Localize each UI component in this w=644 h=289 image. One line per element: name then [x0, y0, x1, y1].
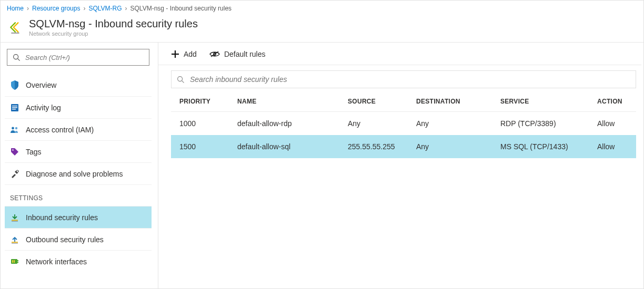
cell-service: MS SQL (TCP/1433)	[492, 135, 589, 158]
cell-source: Any	[339, 112, 408, 136]
eye-off-icon	[209, 50, 220, 58]
sidebar-item-label: Activity log	[26, 104, 61, 112]
add-label: Add	[184, 50, 197, 58]
add-button[interactable]: Add	[171, 50, 197, 58]
svg-point-1	[13, 54, 18, 59]
svg-rect-6	[12, 109, 16, 109]
svg-point-7	[12, 127, 14, 129]
svg-rect-16	[12, 260, 13, 263]
col-source[interactable]: SOURCE	[339, 91, 408, 112]
page-header: SQLVM-nsg - Inbound security rules Netwo…	[1, 14, 643, 43]
sidebar-item-label: Diagnose and solve problems	[26, 170, 123, 178]
sidebar-item-label: Overview	[26, 81, 56, 89]
main-content: Add Default rules PRIORITY	[158, 43, 643, 289]
sidebar-section-settings: SETTINGS	[5, 184, 152, 206]
page-title: SQLVM-nsg - Inbound security rules	[29, 17, 198, 30]
search-icon	[12, 53, 21, 62]
page-subtitle: Network security group	[29, 30, 198, 37]
people-icon	[10, 125, 19, 135]
tag-icon	[10, 147, 19, 157]
sidebar-search[interactable]	[7, 49, 149, 66]
breadcrumb: Home › Resource groups › SQLVM-RG › SQLV…	[1, 1, 643, 14]
chevron-right-icon: ›	[83, 5, 85, 12]
default-rules-button[interactable]: Default rules	[209, 50, 266, 58]
shield-icon	[10, 80, 19, 90]
cell-destination: Any	[408, 112, 492, 136]
cell-source: 255.55.55.255	[339, 135, 408, 158]
cell-name: default-allow-rdp	[229, 112, 339, 136]
log-icon	[10, 103, 19, 112]
cell-action: Allow	[589, 112, 636, 136]
breadcrumb-rg[interactable]: SQLVM-RG	[88, 5, 122, 12]
cell-name: default-allow-sql	[229, 135, 339, 158]
chevron-right-icon: ›	[125, 5, 127, 12]
svg-line-2	[17, 58, 19, 60]
cell-action: Allow	[589, 135, 636, 158]
table-row[interactable]: 1000 default-allow-rdp Any Any RDP (TCP/…	[171, 112, 636, 136]
svg-point-24	[178, 76, 183, 81]
plus-icon	[171, 50, 179, 58]
breadcrumb-current: SQLVM-nsg - Inbound security rules	[130, 5, 232, 12]
svg-rect-19	[17, 262, 18, 263]
cell-priority: 1000	[171, 112, 229, 136]
sidebar-item-outbound-rules[interactable]: Outbound security rules	[5, 228, 152, 250]
tools-icon	[10, 169, 19, 179]
nic-icon	[10, 257, 19, 266]
svg-point-9	[12, 149, 13, 150]
col-priority[interactable]: PRIORITY	[171, 91, 229, 112]
chevron-right-icon: ›	[27, 5, 29, 12]
toolbar: Add Default rules	[158, 48, 641, 65]
svg-line-25	[182, 80, 184, 82]
cell-priority: 1500	[171, 135, 229, 158]
outbound-icon	[10, 235, 19, 244]
sidebar-item-access-control[interactable]: Access control (IAM)	[5, 118, 152, 140]
sidebar-item-label: Network interfaces	[26, 257, 87, 266]
col-action[interactable]: ACTION	[589, 91, 636, 112]
sidebar-item-network-interfaces[interactable]: Network interfaces	[5, 250, 152, 272]
sidebar: Overview Activity log Access control (IA…	[1, 43, 158, 289]
svg-rect-18	[17, 260, 18, 261]
col-service[interactable]: SERVICE	[492, 91, 589, 112]
col-destination[interactable]: DESTINATION	[408, 91, 492, 112]
sidebar-item-diagnose[interactable]: Diagnose and solve problems	[5, 162, 152, 184]
nsg-icon	[9, 20, 23, 34]
svg-point-8	[15, 127, 17, 129]
cell-service: RDP (TCP/3389)	[492, 112, 589, 136]
table-row[interactable]: 1500 default-allow-sql 255.55.55.255 Any…	[171, 135, 636, 158]
sidebar-item-label: Tags	[26, 148, 42, 156]
breadcrumb-home[interactable]: Home	[7, 5, 24, 12]
sidebar-item-label: Inbound security rules	[26, 213, 98, 222]
search-icon	[177, 76, 185, 84]
svg-point-10	[16, 170, 18, 172]
col-name[interactable]: NAME	[229, 91, 339, 112]
inbound-icon	[10, 213, 19, 222]
sidebar-search-input[interactable]	[25, 54, 145, 61]
sidebar-item-activity-log[interactable]: Activity log	[5, 96, 152, 118]
rules-search-input[interactable]	[190, 75, 630, 84]
svg-rect-5	[12, 107, 17, 108]
sidebar-item-label: Access control (IAM)	[26, 126, 94, 134]
svg-rect-17	[14, 260, 15, 263]
sidebar-item-overview[interactable]: Overview	[5, 74, 152, 96]
svg-rect-4	[12, 106, 17, 106]
sidebar-item-label: Outbound security rules	[26, 235, 104, 244]
breadcrumb-resource-groups[interactable]: Resource groups	[32, 5, 80, 12]
rules-search[interactable]	[171, 70, 636, 88]
rules-table: PRIORITY NAME SOURCE DESTINATION SERVICE…	[171, 91, 636, 158]
sidebar-item-tags[interactable]: Tags	[5, 140, 152, 162]
default-rules-label: Default rules	[224, 50, 266, 58]
cell-destination: Any	[408, 135, 492, 158]
sidebar-item-inbound-rules[interactable]: Inbound security rules	[5, 206, 152, 228]
